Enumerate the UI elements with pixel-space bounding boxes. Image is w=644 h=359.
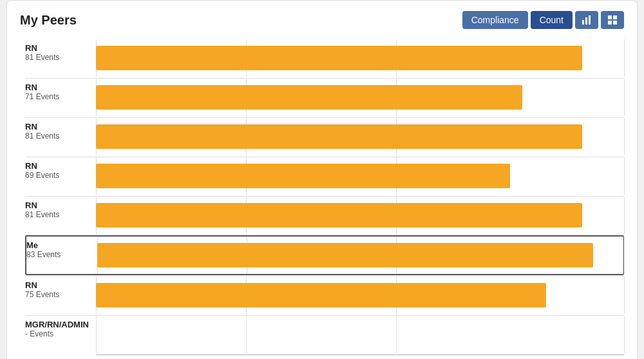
svg-rect-0 xyxy=(582,20,584,24)
bar-track xyxy=(97,237,623,274)
grid-line xyxy=(624,79,625,116)
bar-events: 75 Events xyxy=(25,290,91,299)
bar-track xyxy=(96,277,624,314)
bar-track xyxy=(96,157,624,195)
bar-events: 83 Events xyxy=(26,250,92,259)
bar-role: RN xyxy=(25,122,91,131)
bar-row: RN71 Events xyxy=(25,78,624,116)
grid-button[interactable] xyxy=(601,11,624,29)
bar-track xyxy=(96,39,624,77)
bar-role: RN xyxy=(25,43,91,53)
bar-role: RN xyxy=(25,200,91,210)
card-title: My Peers xyxy=(20,13,77,28)
chart-container: RN81 EventsRN71 EventsRN81 EventsRN69 Ev… xyxy=(20,39,624,359)
grid-line xyxy=(624,277,625,314)
bar-events: 71 Events xyxy=(25,92,91,101)
toolbar: Compliance Count xyxy=(462,11,624,29)
bar-row: RN75 Events xyxy=(25,276,624,314)
bar-events: 81 Events xyxy=(25,53,91,62)
grid-line xyxy=(246,316,247,353)
svg-rect-6 xyxy=(613,21,617,24)
bar-events: 81 Events xyxy=(25,131,91,141)
bar-fill xyxy=(97,243,593,267)
bar-fill xyxy=(96,164,510,188)
bar-label: MGR/RN/ADMIN- Events xyxy=(25,316,96,342)
svg-rect-4 xyxy=(613,15,617,19)
bar-row: RN81 Events xyxy=(25,39,624,77)
bar-fill xyxy=(96,85,522,110)
bar-role: MGR/RN/ADMIN xyxy=(25,320,91,329)
bar-label: RN71 Events xyxy=(25,79,96,105)
bar-row: Me83 Events xyxy=(25,235,624,275)
bar-events: 69 Events xyxy=(25,171,91,180)
bar-fill xyxy=(96,124,582,149)
bar-role: RN xyxy=(25,82,91,92)
bar-label: Me83 Events xyxy=(26,237,97,263)
bar-events: - Events xyxy=(25,329,91,338)
bar-track xyxy=(96,197,624,234)
svg-rect-3 xyxy=(608,15,612,19)
count-button[interactable]: Count xyxy=(531,11,573,29)
grid-line xyxy=(624,316,625,353)
bar-role: Me xyxy=(26,240,92,250)
bar-label: RN81 Events xyxy=(25,197,96,223)
compliance-button[interactable]: Compliance xyxy=(462,11,528,29)
bar-row: RN69 Events xyxy=(25,157,624,195)
bar-events: 81 Events xyxy=(25,210,91,219)
svg-rect-5 xyxy=(608,21,612,24)
bar-chart-button[interactable] xyxy=(575,11,598,29)
grid-line xyxy=(624,39,625,77)
bar-row: RN81 Events xyxy=(25,196,624,234)
my-peers-card: My Peers Compliance Count xyxy=(6,0,638,359)
bars-wrapper: RN81 EventsRN71 EventsRN81 EventsRN69 Ev… xyxy=(25,39,624,353)
bar-label: RN75 Events xyxy=(25,277,96,303)
svg-rect-1 xyxy=(585,17,587,24)
grid-icon xyxy=(607,15,618,25)
bar-role: RN xyxy=(25,161,91,171)
x-axis: 0255088 xyxy=(96,354,624,359)
bar-label: RN81 Events xyxy=(25,118,96,144)
bar-track xyxy=(96,79,624,116)
bar-label: RN81 Events xyxy=(25,39,96,66)
bar-chart-icon xyxy=(582,15,592,25)
bar-track xyxy=(96,316,624,353)
bar-track xyxy=(96,118,624,155)
grid-line xyxy=(624,157,625,195)
grid-line xyxy=(624,118,625,155)
bar-fill xyxy=(96,203,582,228)
svg-rect-2 xyxy=(589,15,591,24)
card-header: My Peers Compliance Count xyxy=(20,11,624,29)
bar-role: RN xyxy=(25,280,91,290)
bar-row: RN81 Events xyxy=(25,117,624,155)
grid-line xyxy=(624,197,625,234)
grid-line xyxy=(396,316,397,353)
bar-row: MGR/RN/ADMIN- Events xyxy=(25,315,624,353)
grid-line xyxy=(96,316,97,353)
bar-fill xyxy=(96,46,582,70)
bar-fill xyxy=(96,283,546,307)
grid-line xyxy=(623,237,623,274)
bar-label: RN69 Events xyxy=(25,157,96,184)
